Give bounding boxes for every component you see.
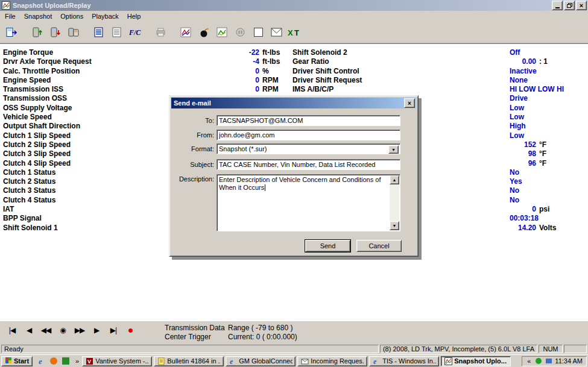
data-row: Drvr Axle Torque Request -4 ft-lbs Gear … xyxy=(0,57,588,66)
format-dropdown[interactable]: Snapshot (*.sur) ▼ xyxy=(217,143,400,154)
graph-multicolor-button[interactable] xyxy=(177,23,195,41)
taskbar-tasks: VVantive System -...Bulletin 41864 in ..… xyxy=(82,356,511,366)
quick-launch-overflow-chevron[interactable]: » xyxy=(74,357,80,365)
menubar: FileSnapshotOptionsPlaybackHelp xyxy=(0,11,588,21)
param-unit-2 xyxy=(524,104,527,113)
param-unit-2: °F xyxy=(536,140,546,149)
trigger-bomb-icon xyxy=(199,27,209,37)
description-scrollbar[interactable]: ▲ ▼ xyxy=(390,175,399,230)
internet-explorer-icon[interactable]: e xyxy=(36,356,46,366)
step-forward-button[interactable]: ▶ xyxy=(88,326,105,334)
taskbar-task[interactable]: Bulletin 41864 in ... xyxy=(154,356,224,366)
param-value-2: Inactive xyxy=(510,67,537,76)
pause-disabled-button[interactable] xyxy=(231,23,249,41)
taskbar-task[interactable]: VVantive System -... xyxy=(82,356,152,366)
menu-snapshot[interactable]: Snapshot xyxy=(20,12,56,20)
temperature-units-fc-icon: F/C xyxy=(128,27,142,37)
send-email-icon xyxy=(271,28,282,37)
param-value-2: Off xyxy=(510,48,520,57)
graph-multicolor-icon xyxy=(180,27,191,37)
taskbar-clock: 11:34 AM xyxy=(555,357,583,365)
taskbar-task[interactable]: eTIS - Windows In... xyxy=(369,356,439,366)
menu-help[interactable]: Help xyxy=(123,12,145,20)
download-device-button[interactable] xyxy=(46,23,65,41)
data-list-primary-button[interactable] xyxy=(90,23,108,41)
param-unit-2 xyxy=(524,131,527,140)
tech2-xt-button[interactable]: XT xyxy=(285,23,303,41)
dialog-titlebar: Send e-mail × xyxy=(171,98,416,108)
param-value-2: 96 xyxy=(510,159,536,168)
task-label: Incoming Reques... xyxy=(311,357,364,365)
param-value-2: 98 xyxy=(510,149,536,158)
ie-icon: e xyxy=(229,357,237,365)
configure-device-button[interactable] xyxy=(65,23,83,41)
quick-launch-3-icon[interactable] xyxy=(60,356,71,366)
dialog-close-button[interactable]: × xyxy=(404,98,415,108)
blank-window-button[interactable] xyxy=(249,23,267,41)
data-row: Calc. Throttle Position 0 % Driver Shift… xyxy=(0,67,588,76)
open-snapshot-button[interactable] xyxy=(3,23,21,41)
step-back-button[interactable]: ◀ xyxy=(21,326,37,334)
menu-file[interactable]: File xyxy=(1,12,20,20)
scroll-down-icon[interactable]: ▼ xyxy=(390,221,399,230)
param-unit-2 xyxy=(519,186,522,195)
chevron-down-icon[interactable]: ▼ xyxy=(388,145,399,154)
param-unit-2 xyxy=(524,113,527,122)
print-icon xyxy=(155,27,166,37)
cancel-button[interactable]: Cancel xyxy=(356,240,402,252)
playback-range: Range ( -79 to 680 ) xyxy=(228,324,297,333)
menu-options[interactable]: Options xyxy=(56,12,87,20)
open-snapshot-icon xyxy=(6,27,18,37)
subject-label: Subject: xyxy=(172,161,214,168)
trigger-bomb-button[interactable] xyxy=(195,23,213,41)
svg-text:e: e xyxy=(373,357,377,365)
data-row: Engine Speed 0 RPM Driver Shift Request … xyxy=(0,76,588,85)
to-field[interactable] xyxy=(217,115,400,126)
param-value: -4 xyxy=(223,57,259,66)
system-tray: « 11:34 AM xyxy=(522,356,587,366)
upload-device-button[interactable] xyxy=(28,23,46,41)
playback-current: Current: 0 ( 0:00.000) xyxy=(228,333,297,342)
graph-green-button[interactable] xyxy=(213,23,231,41)
rewind-button[interactable]: ◀◀ xyxy=(37,326,54,334)
param-value: 0 xyxy=(223,76,259,85)
param-name-2: Driver Shift Control xyxy=(292,67,510,76)
taskbar-task[interactable]: eGM GlobalConnec... xyxy=(226,356,296,366)
fast-forward-button[interactable]: ▶▶ xyxy=(71,326,88,334)
minimize-button[interactable] xyxy=(552,1,563,10)
description-field[interactable]: Enter Description of Vehicle Concern and… xyxy=(217,174,400,231)
param-unit-2 xyxy=(564,85,567,94)
menu-playback[interactable]: Playback xyxy=(87,12,123,20)
restore-button[interactable] xyxy=(564,1,575,10)
ie-icon: e xyxy=(372,357,381,365)
send-email-button[interactable] xyxy=(267,23,285,41)
tray-chevron[interactable]: « xyxy=(526,357,532,365)
tray-icon-2[interactable] xyxy=(545,357,552,365)
taskbar-task[interactable]: Incoming Reques... xyxy=(297,356,367,366)
from-field[interactable] xyxy=(217,130,400,140)
skip-to-end-button[interactable]: ▶| xyxy=(105,326,122,334)
scroll-up-icon[interactable]: ▲ xyxy=(390,175,399,184)
subject-field[interactable] xyxy=(217,159,400,170)
param-value-2: 00:03:18 xyxy=(510,214,539,223)
close-button[interactable]: × xyxy=(576,1,587,10)
temperature-units-fc-button[interactable]: F/C xyxy=(126,23,144,41)
print-button[interactable] xyxy=(151,23,169,41)
configure-device-icon xyxy=(68,27,79,37)
data-list-primary-icon xyxy=(94,27,104,37)
quick-launch-2-icon[interactable] xyxy=(48,356,58,366)
start-button[interactable]: Start xyxy=(1,356,33,366)
data-list-secondary-button[interactable] xyxy=(108,23,126,41)
taskbar-task[interactable]: Snapshot Uplo... xyxy=(441,356,511,366)
screen: Snapshot Upload/Replay × FileSnapshotOpt… xyxy=(0,0,588,367)
param-value-2: Yes xyxy=(510,177,522,186)
send-button[interactable]: Send xyxy=(305,240,350,252)
toolbar-separator xyxy=(144,23,151,41)
center-trigger-button[interactable]: ◉ xyxy=(54,326,71,334)
app-icon xyxy=(1,1,11,10)
tray-icon-1[interactable] xyxy=(534,357,542,365)
status-numlock: NUM xyxy=(539,345,563,353)
skip-to-start-button[interactable]: |◀ xyxy=(4,326,21,334)
record-button[interactable]: ● xyxy=(122,326,139,334)
task-label: GM GlobalConnec... xyxy=(239,357,292,365)
